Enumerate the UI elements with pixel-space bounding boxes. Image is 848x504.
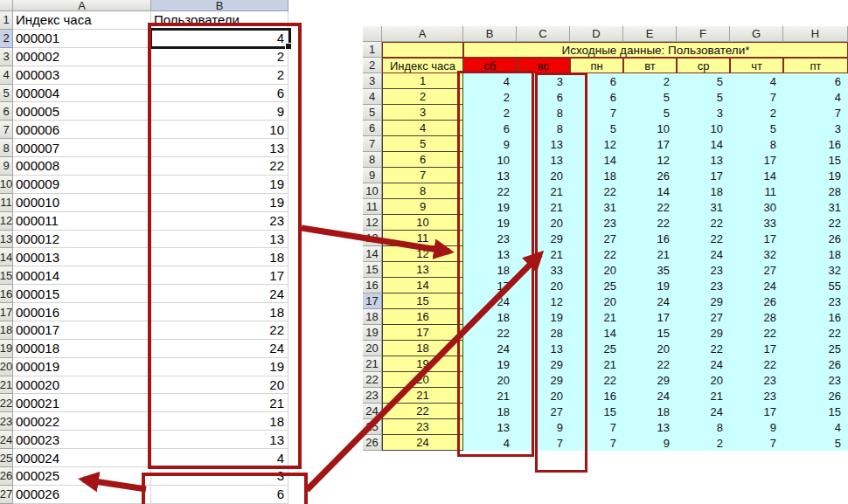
- row-header-5[interactable]: 5: [0, 85, 13, 103]
- row-header-8[interactable]: 8: [0, 139, 13, 157]
- cell-users-сб[interactable]: 6: [463, 121, 517, 136]
- cell-users-пт[interactable]: 15: [783, 152, 848, 168]
- cell-users-value[interactable]: 9: [151, 102, 288, 121]
- cell-hour-index[interactable]: 000002: [13, 48, 151, 66]
- active-cell-b2[interactable]: [149, 28, 291, 49]
- cell-users-пт[interactable]: 16: [783, 309, 848, 325]
- day-header-пт[interactable]: пт: [783, 58, 848, 73]
- cell-users-вт[interactable]: 24: [623, 388, 677, 404]
- cell-users-пт[interactable]: 3: [783, 121, 848, 136]
- row-header-18[interactable]: 18: [363, 309, 382, 325]
- cell-users-пн[interactable]: 15: [570, 404, 623, 419]
- cell-users-вс[interactable]: 33: [517, 262, 570, 278]
- row-header-6[interactable]: 6: [363, 121, 382, 136]
- cell-users-value[interactable]: 6: [151, 85, 288, 103]
- cell-users-вс[interactable]: 7: [517, 435, 570, 451]
- cell-users-вт[interactable]: 24: [623, 293, 677, 309]
- cell-users-ср[interactable]: 31: [677, 199, 730, 215]
- cell-users-пн[interactable]: 27: [570, 231, 623, 246]
- cell-hour-index[interactable]: 000019: [13, 358, 151, 376]
- cell-users-сб[interactable]: 9: [463, 136, 517, 152]
- cell-users-пт[interactable]: 4: [783, 419, 848, 435]
- cell-users-value[interactable]: 18: [151, 412, 288, 431]
- select-all-corner[interactable]: [0, 0, 13, 11]
- cell-users-ср[interactable]: 13: [677, 152, 730, 168]
- cell-users-пн[interactable]: 21: [570, 309, 623, 325]
- cell-users-value[interactable]: 13: [151, 139, 288, 157]
- row-header-27[interactable]: 27: [0, 486, 13, 504]
- row-header-26[interactable]: 26: [363, 435, 382, 451]
- cell-users-value[interactable]: 13: [151, 431, 288, 449]
- cell-users-ср[interactable]: 20: [677, 372, 730, 388]
- cell-hour-index[interactable]: 000026: [13, 486, 151, 504]
- cell-users-чт[interactable]: 24: [730, 278, 783, 293]
- cell-users-чт[interactable]: 23: [730, 372, 783, 388]
- cell-users-сб[interactable]: 19: [463, 199, 517, 215]
- cell-users-ср[interactable]: 5: [677, 89, 730, 105]
- cell-users-пт[interactable]: 22: [783, 325, 848, 341]
- cell-users-чт[interactable]: 7: [730, 435, 783, 451]
- cell-hour-index[interactable]: 000025: [13, 467, 151, 486]
- cell-users-пн[interactable]: 7: [570, 435, 623, 451]
- cell-users-ср[interactable]: 22: [677, 215, 730, 231]
- cell-users-пт[interactable]: 31: [783, 199, 848, 215]
- cell-users-пт[interactable]: 26: [783, 388, 848, 404]
- cell-users-вт[interactable]: 22: [623, 199, 677, 215]
- cell-users-пн[interactable]: 14: [570, 325, 623, 341]
- row-header-15[interactable]: 15: [0, 266, 13, 285]
- cell-users-сб[interactable]: 18: [463, 262, 517, 278]
- cell-users-value[interactable]: 19: [151, 358, 288, 376]
- cell-users-вс[interactable]: 29: [517, 356, 570, 372]
- cell-users-value[interactable]: 22: [151, 321, 288, 340]
- cell-users-ср[interactable]: 3: [677, 105, 730, 121]
- cell-hour-index[interactable]: 000011: [13, 212, 151, 231]
- cell-users-ср[interactable]: 24: [677, 404, 730, 419]
- cell-users-сб[interactable]: 22: [463, 183, 517, 199]
- cell-hour-index[interactable]: 000016: [13, 303, 151, 321]
- row-header-10[interactable]: 10: [0, 176, 13, 194]
- cell-users-value[interactable]: 18: [151, 303, 288, 321]
- cell-hour-number[interactable]: 7: [382, 168, 463, 183]
- row-header-23[interactable]: 23: [0, 412, 13, 431]
- cell-users-чт[interactable]: 2: [730, 105, 783, 121]
- cell-users-пт[interactable]: 4: [783, 89, 848, 105]
- cell-users-ср[interactable]: 27: [677, 309, 730, 325]
- select-all-corner-right[interactable]: [363, 26, 382, 42]
- cell-users-вс[interactable]: 8: [517, 121, 570, 136]
- row-header-25[interactable]: 25: [0, 449, 13, 467]
- cell-users-вс[interactable]: 13: [517, 152, 570, 168]
- cell-users-пн[interactable]: 5: [570, 121, 623, 136]
- cell-users-вс[interactable]: 3: [517, 73, 570, 89]
- cell-users-value[interactable]: 2: [151, 48, 288, 66]
- cell-users-пт[interactable]: 15: [783, 404, 848, 419]
- row-header-25[interactable]: 25: [363, 419, 382, 435]
- cell-users-ср[interactable]: 23: [677, 262, 730, 278]
- day-header-ср[interactable]: ср: [677, 58, 730, 73]
- cell-users-вс[interactable]: 29: [517, 372, 570, 388]
- cell-users-вт[interactable]: 14: [623, 183, 677, 199]
- cell-users-сб[interactable]: 19: [463, 356, 517, 372]
- column-header-A[interactable]: A: [13, 0, 151, 11]
- cell-users-вт[interactable]: 35: [623, 262, 677, 278]
- cell-users-сб[interactable]: 2: [463, 89, 517, 105]
- cell-users-сб[interactable]: 24: [463, 341, 517, 356]
- cell-hour-number[interactable]: 1: [382, 73, 463, 89]
- cell-users-сб[interactable]: 13: [463, 168, 517, 183]
- row-header-8[interactable]: 8: [363, 152, 382, 168]
- cell-users-value[interactable]: 3: [151, 467, 288, 486]
- cell-users-пн[interactable]: 25: [570, 278, 623, 293]
- column-header-B[interactable]: B: [151, 0, 288, 11]
- row-header-23[interactable]: 23: [363, 388, 382, 404]
- cell-users-вт[interactable]: 12: [623, 152, 677, 168]
- row-header-7[interactable]: 7: [0, 121, 13, 139]
- cell-users-пн[interactable]: 22: [570, 183, 623, 199]
- cell-users-пт[interactable]: 18: [783, 246, 848, 262]
- cell-users-header[interactable]: Пользователи: [151, 11, 288, 30]
- row-header-24[interactable]: 24: [363, 404, 382, 419]
- row-header-20[interactable]: 20: [0, 358, 13, 376]
- cell-users-пт[interactable]: 32: [783, 262, 848, 278]
- cell-users-вт[interactable]: 17: [623, 309, 677, 325]
- cell-hour-index[interactable]: 000020: [13, 376, 151, 395]
- row-header-1[interactable]: 1: [0, 11, 13, 30]
- cell-users-сб[interactable]: 13: [463, 246, 517, 262]
